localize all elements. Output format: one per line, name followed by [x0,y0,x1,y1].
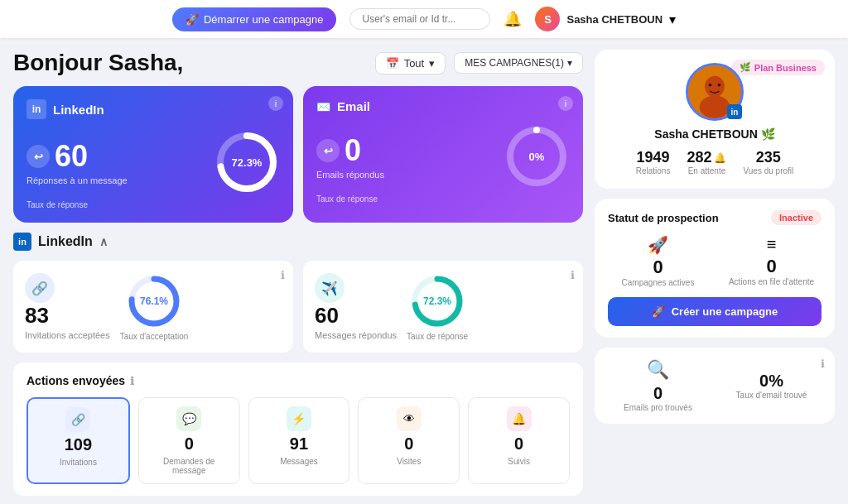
queue-icon: ≡ [767,235,777,254]
email-rate-label: Taux d'email trouvé [736,391,807,400]
email-donut-desc: Taux de réponse [316,194,570,204]
rocket-icon: 🚀 [186,13,199,26]
relations-num: 1949 [637,149,670,166]
invitations-donut-label: 76.1% [140,295,168,307]
actions-title: Actions envoyées [26,374,125,387]
email-card-title: Email [337,99,370,113]
title-row: Bonjour Sasha, 📅 Tout ▾ MES CAMPAGNES(1)… [13,50,583,76]
linkedin-section-header: in LinkedIn ∧ [13,233,583,251]
visits-num: 0 [404,434,413,454]
linkedin-donut: 72.3% [214,129,280,195]
profile-linkedin-badge: in [727,104,742,119]
linkedin-card-header: in LinkedIn [26,99,280,119]
linkedin-metrics-row: ℹ 🔗 83 Invitations acceptées 7 [13,261,583,353]
plan-badge: 🌿 Plan Business [731,60,825,75]
reply-icon: ↩ [26,145,50,168]
filter-date-select[interactable]: 📅 Tout ▾ [375,52,446,74]
page-title: Bonjour Sasha, [13,50,365,76]
campaigns-select[interactable]: MES CAMPAGNES(1) ▾ [454,52,583,74]
messages-label: Messages répondus [315,330,397,340]
message-icon: ✈️ [315,273,344,303]
email-stats-info-button[interactable]: ℹ [821,358,825,370]
messages-donut: 72.3% [408,272,466,330]
user-menu[interactable]: S Sasha CHETBOUN ▾ [535,7,676,31]
email-card-header: ✉️ Email [316,99,570,113]
email-icon: ✉️ [316,100,330,113]
notification-icon[interactable]: 🔔 [504,10,522,28]
linkedin-info-button[interactable]: i [268,96,283,111]
start-campaign-label: Démarrer une campagne [204,13,324,26]
action-item-invitations[interactable]: 🔗 109 Invitations [26,397,130,484]
queue-label: Actions en file d'attente [729,277,814,286]
messages-action-label: Messages [280,457,318,466]
svg-point-10 [700,96,730,118]
views-label: Vues du profil [743,166,793,175]
action-item-messages[interactable]: ⚡ 91 Messages [248,397,350,484]
linkedin-icon: in [26,99,46,119]
right-column: 🌿 Plan Business in Sasha CH [595,50,835,492]
invitations-metric-inner: 🔗 83 Invitations acceptées 76.1% Taux [25,272,282,341]
action-item-follows[interactable]: 🔔 0 Suivis [468,397,570,484]
chevron-down-icon: ▾ [669,12,676,27]
pending-stat: 282 🔔 En attente [687,149,726,175]
prospection-metrics: 🚀 0 Campagnes actives ≡ 0 Actions en fil… [608,235,822,287]
messages-action-icon: ⚡ [287,406,311,431]
profile-avatar-wrap: in [686,63,744,121]
invitations-action-label: Invitations [60,458,97,467]
messages-donut-wrap: 72.3% Taux de réponse [407,272,468,341]
invitations-action-icon: 🔗 [65,407,90,432]
message-request-label: Demandes de message [146,457,233,475]
relations-label: Relations [636,166,671,175]
create-campaign-button[interactable]: 🚀 Créer une campagne [608,297,822,326]
email-reply-icon: ↩ [316,139,340,162]
email-rate-num: 0% [759,372,783,391]
messages-donut-desc: Taux de réponse [407,332,468,341]
invitations-donut: 76.1% [125,272,183,330]
email-info-button[interactable]: i [558,96,573,111]
search-email-icon: 🔍 [647,359,669,381]
pending-label: En attente [688,166,726,175]
svg-point-11 [709,84,712,87]
main-layout: Bonjour Sasha, 📅 Tout ▾ MES CAMPAGNES(1)… [0,38,848,504]
messages-metric-card: ℹ ✈️ 60 Messages répondus 72.3% [303,261,583,353]
follows-icon: 🔔 [507,406,532,431]
plan-label: Plan Business [754,63,817,73]
invitations-label: Invitations acceptées [25,330,110,340]
message-request-icon: 💬 [176,406,201,431]
actions-section: Actions envoyées ℹ 🔗 109 Invitations 💬 0… [13,362,583,496]
messages-num: 60 [315,303,397,329]
search-input[interactable] [349,8,490,30]
email-stat-number: ↩ 0 [316,133,490,168]
prospection-status: Inactive [771,210,822,225]
linkedin-card-title: LinkedIn [53,103,104,117]
invitations-action-num: 109 [65,435,92,454]
action-item-messages-request[interactable]: 💬 0 Demandes de message [138,397,240,484]
messages-info-button[interactable]: ℹ [571,269,575,281]
queue-num: 0 [766,256,776,277]
user-name: Sasha CHETBOUN [566,13,662,26]
chevron-up-icon[interactable]: ∧ [99,235,108,248]
campaigns-label: MES CAMPAGNES(1) [465,57,564,69]
campaigns-active-label: Campagnes actives [622,278,695,287]
top-cards-row: in LinkedIn i ↩ 60 Réponses à un message [13,86,583,223]
topnav: 🚀 Démarrer une campagne 🔔 S Sasha CHETBO… [0,0,848,38]
campaigns-active-num: 0 [653,257,662,278]
email-stats-card: ℹ 🔍 0 Emails pro trouvés 0% Taux d'email… [595,348,835,424]
linkedin-card: in LinkedIn i ↩ 60 Réponses à un message [13,86,293,223]
visits-icon: 👁 [397,406,422,431]
messages-donut-label: 72.3% [423,295,451,307]
invitations-info-button[interactable]: ℹ [281,269,285,281]
linkedin-donut-label: 72.3% [232,156,263,169]
start-campaign-button[interactable]: 🚀 Démarrer une campagne [172,7,337,31]
actions-info-button[interactable]: ℹ [130,375,134,387]
link-icon: 🔗 [25,273,55,303]
profile-card: 🌿 Plan Business in Sasha CH [595,50,835,189]
invitations-num: 83 [25,303,110,329]
linkedin-stat-number: ↩ 60 [26,139,200,174]
profile-name: Sasha CHETBOUN 🌿 [654,127,774,141]
svg-point-9 [705,76,725,98]
action-item-visits[interactable]: 👁 0 Visites [358,397,460,484]
emails-found-stat: 🔍 0 Emails pro trouvés [608,359,708,412]
actions-header: Actions envoyées ℹ [26,374,570,387]
linkedin-stat-label: Réponses à un message [26,175,200,185]
